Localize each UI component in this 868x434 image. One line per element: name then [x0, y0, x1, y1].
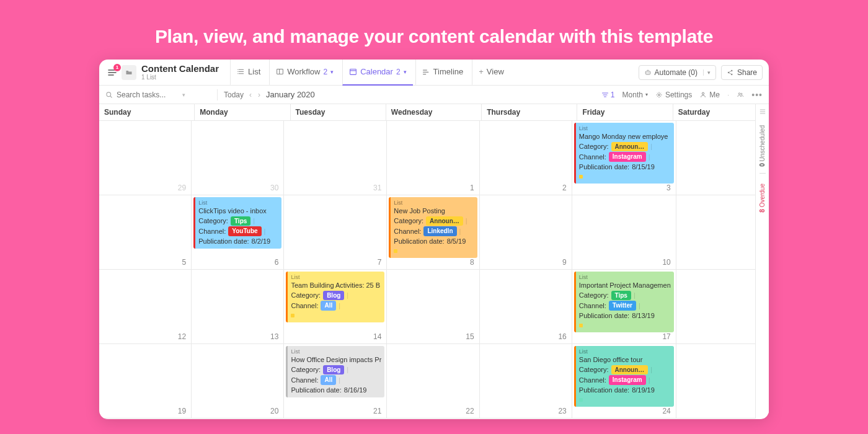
status-dot	[394, 249, 397, 253]
automate-button[interactable]: Automate (0) ▾	[639, 65, 716, 80]
calendar-cell[interactable]: ListImportant Project ManagemenCategory:…	[572, 270, 676, 344]
category-pill: Announ…	[611, 365, 649, 375]
app-window: 1 Content Calendar 1 List List Workflow …	[99, 60, 769, 419]
day-number: 3	[666, 184, 671, 192]
day-number: 6	[275, 258, 279, 267]
event-card[interactable]: ListClickTips video - inboxCategory:Tips…	[193, 197, 281, 249]
card-title: How Office Design impacts Pr	[291, 355, 381, 365]
overdue-toggle[interactable]: 8 Overdue	[759, 184, 766, 213]
calendar-cell[interactable]: 12	[99, 270, 192, 344]
people-icon	[737, 91, 744, 99]
day-number: 8	[470, 258, 474, 267]
next-period[interactable]: ›	[256, 91, 262, 99]
chevron-down-icon[interactable]: ▾	[703, 69, 711, 76]
calendar-cell[interactable]: ListClickTips video - inboxCategory:Tips…	[192, 195, 284, 270]
svg-point-6	[731, 69, 732, 71]
month-label: January 2020	[266, 90, 315, 99]
day-number: 2	[562, 184, 567, 192]
calendar-cell[interactable]: ListHow Office Design impacts PrCategory…	[284, 344, 387, 418]
card-title: New Job Posting	[394, 206, 474, 216]
svg-point-3	[646, 72, 647, 73]
month-selector[interactable]: Month ▾	[622, 91, 648, 99]
settings-button[interactable]: Settings	[655, 91, 692, 99]
side-rail: 0 Unscheduled 8 Overdue	[755, 104, 769, 418]
prev-period[interactable]: ‹	[247, 91, 254, 99]
day-number: 31	[373, 184, 381, 192]
view-tabs: List Workflow 2▾ Calendar 2▾ Timeline + …	[230, 60, 510, 86]
calendar-cell[interactable]: 16	[480, 270, 572, 344]
timeline-icon	[422, 68, 430, 76]
card-tag: List	[579, 273, 671, 281]
day-number: 7	[378, 258, 382, 267]
more-menu[interactable]: •••	[751, 90, 763, 100]
day-header: Saturday	[673, 104, 769, 120]
channel-pill: All	[321, 301, 336, 311]
day-header: Sunday	[99, 104, 195, 120]
tab-workflow[interactable]: Workflow 2▾	[269, 60, 340, 86]
day-number: 12	[178, 332, 186, 341]
calendar-cell[interactable]: ListSan Diego office tourCategory:Announ…	[572, 344, 676, 418]
calendar-cell[interactable]: ListMango Monday new employeCategory:Ann…	[572, 121, 676, 195]
category-pill: Announ…	[426, 216, 463, 226]
search-box[interactable]: ▾	[105, 91, 211, 99]
list-icon	[237, 68, 245, 76]
calendar-cell[interactable]: 23	[480, 344, 572, 418]
share-button[interactable]: Share	[721, 65, 763, 80]
event-card[interactable]: ListHow Office Design impacts PrCategory…	[286, 346, 384, 397]
tab-add-view[interactable]: + View	[472, 60, 510, 86]
day-header: Tuesday	[291, 104, 386, 120]
unscheduled-toggle[interactable]: 0 Unscheduled	[759, 125, 766, 167]
calendar-cell[interactable]: 30	[192, 121, 284, 195]
calendar-cell[interactable]: 5	[99, 195, 192, 270]
menu-badge: 1	[113, 64, 121, 71]
day-number: 22	[466, 407, 474, 415]
filter-button[interactable]: 1	[601, 91, 615, 99]
me-button[interactable]: Me	[699, 91, 720, 99]
tab-calendar[interactable]: Calendar 2▾	[342, 60, 412, 86]
chevron-down-icon[interactable]: ▾	[182, 92, 185, 98]
calendar-cell[interactable]: 29	[99, 121, 192, 195]
card-title: Team Building Activities: 25 B	[291, 281, 381, 290]
channel-pill: All	[321, 375, 336, 385]
menu-button[interactable]: 1	[105, 66, 119, 79]
event-card[interactable]: ListTeam Building Activities: 25 BCatego…	[286, 272, 384, 322]
calendar-cell[interactable]: 31	[284, 121, 387, 195]
search-input[interactable]	[117, 91, 179, 99]
day-number: 14	[373, 332, 381, 341]
calendar-cell[interactable]: 9	[480, 195, 572, 270]
calendar-cell[interactable]: 15	[387, 270, 479, 344]
svg-rect-1	[350, 69, 356, 74]
svg-rect-2	[645, 71, 650, 74]
calendar-cell[interactable]: 2	[480, 121, 572, 195]
page-title: Content Calendar	[141, 64, 219, 74]
day-number: 9	[562, 258, 567, 267]
channel-pill: Twitter	[609, 301, 636, 311]
today-button[interactable]: Today	[224, 91, 244, 99]
day-number: 17	[662, 332, 670, 341]
folder-button[interactable]	[122, 65, 136, 80]
category-pill: Tips	[231, 216, 250, 226]
calendar-cell[interactable]: 7	[284, 195, 387, 270]
calendar-cell[interactable]: 13	[192, 270, 284, 344]
event-card[interactable]: ListImportant Project ManagemenCategory:…	[574, 272, 674, 332]
day-header: Wednesday	[386, 104, 482, 120]
people-button[interactable]	[737, 91, 744, 99]
calendar-cell[interactable]: 20	[192, 344, 284, 418]
calendar-cell[interactable]: 22	[387, 344, 479, 418]
event-card[interactable]: ListMango Monday new employeCategory:Ann…	[574, 123, 674, 184]
tab-timeline[interactable]: Timeline	[415, 60, 470, 86]
svg-point-8	[107, 92, 111, 96]
event-card[interactable]: ListSan Diego office tourCategory:Announ…	[574, 346, 674, 407]
menu-icon[interactable]	[759, 108, 766, 115]
person-icon	[699, 91, 707, 99]
calendar-cell[interactable]: 1	[387, 121, 479, 195]
calendar-cell[interactable]: ListNew Job PostingCategory:Announ…|Chan…	[387, 195, 479, 270]
card-tag: List	[291, 348, 381, 355]
calendar-cell[interactable]: 10	[572, 195, 676, 270]
folder-icon	[125, 69, 133, 76]
day-header: Friday	[577, 104, 673, 120]
calendar-cell[interactable]: 19	[99, 344, 192, 418]
tab-list[interactable]: List	[230, 60, 267, 86]
event-card[interactable]: ListNew Job PostingCategory:Announ…|Chan…	[389, 197, 477, 258]
calendar-cell[interactable]: ListTeam Building Activities: 25 BCatego…	[284, 270, 387, 344]
